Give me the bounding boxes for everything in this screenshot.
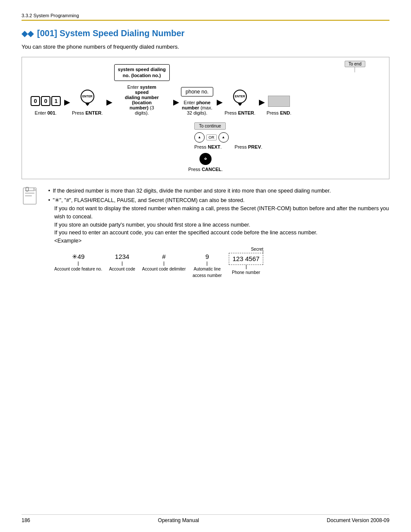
bullet-1-text: If the desired number is more than 32 di…: [53, 187, 331, 195]
bullet-1: • If the desired number is more than 32 …: [48, 187, 389, 195]
footer-manual-name: Operating Manual: [158, 517, 199, 523]
step-enter2-label: Press ENTER.: [224, 110, 255, 115]
press-cancel: Press CANCEL.: [188, 167, 223, 172]
step-keys: 0 0 1 Enter 001.: [31, 96, 61, 115]
step-phoneno: phone no. Enter phonenumber (max.32 digi…: [181, 87, 213, 115]
ex-seg-phone: Secret 123 4567 Phone number: [229, 252, 264, 276]
prev-btn-circle: ▲: [218, 132, 229, 143]
enter-btn-1: ENTER: [81, 90, 94, 103]
arrow3: ▶: [171, 98, 181, 106]
page-container: 3.3.2 System Programming ◆◆ [001] System…: [0, 0, 411, 299]
bullets-section: • If the desired number is more than 32 …: [22, 187, 389, 279]
diagram-flow: 0 0 1 Enter 001. ▶ ENTER Press ENTER. ▶: [31, 64, 380, 115]
ex-seg-hash: # Account code delimiter: [142, 252, 186, 273]
step-ssd: system speed dialingno. (location no.) E…: [114, 64, 170, 115]
ex-label-1234: Account code: [109, 266, 135, 272]
phone-no-box: phone no.: [181, 87, 213, 96]
phone-secret-box: 123 4567: [229, 253, 264, 265]
cancel-area: ✿ Press CANCEL.: [31, 153, 380, 172]
arrow2: ▶: [105, 98, 114, 106]
ex-val-1234: 1234: [115, 252, 129, 262]
ex-label-9: Automatic lineaccess number: [193, 266, 222, 279]
ex-val-hash: #: [162, 252, 165, 262]
step-enter1-label: Press ENTER.: [72, 110, 103, 115]
or-label: OR: [206, 134, 217, 140]
press-next: Press NEXT.: [194, 144, 222, 149]
section-header: 3.3.2 System Programming: [22, 13, 389, 21]
ex-val-star49: ✳49: [72, 252, 85, 262]
bullet-2-rest: If you do not want to display the stored…: [48, 205, 389, 245]
next-btn-circle: ▲: [194, 132, 205, 143]
bullet-dot-1: •: [48, 187, 50, 195]
footer-version: Document Version 2008-09: [327, 517, 389, 523]
ex-label-hash: Account code delimiter: [142, 266, 186, 272]
description-text: You can store the phone numbers of frequ…: [22, 44, 389, 50]
ex-label-phone: Phone number: [232, 269, 260, 276]
diagram-box: To end 0 0 1 Enter 001. ▶ ENTER: [22, 57, 389, 179]
step-enter2: ENTER Press ENTER.: [224, 90, 255, 115]
key-1: 1: [51, 96, 61, 106]
title-text: [001] System Speed Dialing Number: [37, 28, 184, 38]
bullet-2-first: • "✳", "#", FLASH/RECALL, PAUSE, and Sec…: [48, 196, 389, 205]
svg-rect-2: [25, 193, 34, 194]
ex-tick-star49: [78, 261, 78, 266]
bullet-2-p2: If you store an outside party's number, …: [54, 221, 389, 229]
bullet-2: • "✳", "#", FLASH/RECALL, PAUSE, and Sec…: [48, 196, 389, 245]
ex-val-9: 9: [206, 252, 209, 262]
ex-seg-1234: 1234 Account code: [109, 252, 135, 273]
ex-tick-hash: [164, 261, 164, 266]
section-number: 3.3.2: [22, 13, 32, 18]
cancel-row: ✿: [199, 153, 212, 165]
bullet-dot-2: •: [48, 196, 50, 205]
ex-seg-star49: ✳49 Account code feature no.: [54, 252, 102, 273]
bullet-2-p3: If you need to enter an account code, yo…: [54, 229, 389, 237]
next-prev-labels: Press NEXT. Press PREV.: [194, 144, 262, 149]
secret-label: Secret: [251, 246, 263, 252]
arrow1: ▶: [62, 98, 72, 106]
to-continue-area: To continue ▲ OR ▲ Press NEXT.: [31, 122, 380, 149]
example-diagram-container: ✳49 Account code feature no. 1234 Accoun…: [48, 252, 389, 279]
end-btn: [268, 96, 290, 107]
ex-seg-9: 9 Automatic lineaccess number: [193, 252, 222, 279]
step-end-label: Press END.: [267, 110, 291, 115]
ex-tick-phone: [246, 265, 246, 269]
ssd-box: system speed dialingno. (location no.): [114, 64, 170, 81]
nav-inner: ▲ OR ▲: [194, 132, 229, 143]
key-row-001: 0 0 1: [31, 96, 61, 106]
step-ssd-label: Enter system speeddialing number (locati…: [122, 84, 161, 115]
press-prev: Press PREV.: [235, 144, 262, 149]
cancel-circle: ✿: [199, 153, 212, 165]
to-continue-label: To continue: [194, 122, 226, 130]
note-icon: [22, 187, 41, 208]
bullet-2-p1: If you do not want to display the stored…: [54, 205, 389, 221]
example-diagram: ✳49 Account code feature no. 1234 Accoun…: [54, 252, 389, 279]
step-end: Press END.: [267, 96, 291, 115]
example-label: <Example>: [54, 237, 389, 245]
nav-row: ▲ OR ▲: [194, 132, 229, 143]
enter-btn-2: ENTER: [233, 90, 247, 103]
ex-label-star49: Account code feature no.: [54, 266, 102, 272]
ex-val-phone: 123 4567: [233, 255, 260, 262]
diamonds-icon: ◆◆: [22, 29, 34, 38]
svg-rect-3: [25, 195, 32, 196]
nav-buttons: ▲ OR ▲: [194, 132, 229, 143]
bullet-2-line1: "✳", "#", FLASH/RECALL, PAUSE, and Secre…: [53, 196, 244, 205]
arrow4: ▶: [215, 98, 224, 106]
section-title: System Programming: [34, 13, 79, 18]
arrow5: ▶: [257, 98, 267, 106]
ex-tick-9: [207, 261, 207, 266]
step-phoneno-label: Enter phonenumber (max.32 digits).: [182, 100, 212, 115]
bullets-content: • If the desired number is more than 32 …: [48, 187, 389, 279]
key-0b: 0: [41, 96, 50, 106]
step-keys-label: Enter 001.: [35, 110, 57, 115]
footer-page-number: 186: [22, 517, 30, 523]
page-title: ◆◆ [001] System Speed Dialing Number: [22, 28, 389, 38]
key-0a: 0: [31, 96, 40, 106]
step-enter1: ENTER Press ENTER.: [72, 90, 103, 115]
page-footer: 186 Operating Manual Document Version 20…: [22, 514, 389, 523]
ex-tick-1234: [122, 261, 122, 266]
